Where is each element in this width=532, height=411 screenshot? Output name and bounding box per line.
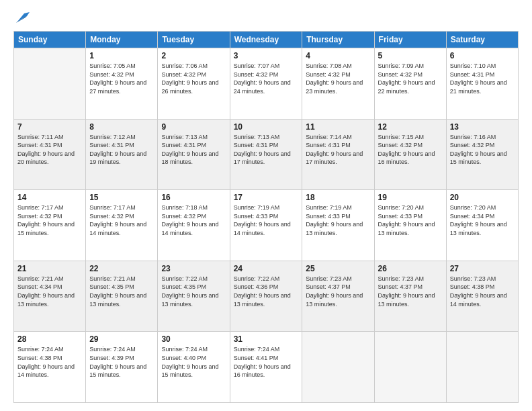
day-info: Sunrise: 7:06 AMSunset: 4:32 PMDaylight:… [161,62,226,95]
calendar-cell: 10Sunrise: 7:13 AMSunset: 4:31 PMDayligh… [230,119,302,190]
day-info: Sunrise: 7:05 AMSunset: 4:32 PMDaylight:… [89,62,154,95]
day-number: 25 [306,264,370,273]
day-number: 2 [161,51,226,60]
day-number: 29 [89,334,154,344]
day-number: 12 [378,122,443,132]
day-number: 7 [17,122,82,132]
day-info: Sunrise: 7:17 AMSunset: 4:32 PMDaylight:… [17,203,82,237]
day-info: Sunrise: 7:19 AMSunset: 4:33 PMDaylight:… [234,203,299,237]
calendar-cell: 7Sunrise: 7:11 AMSunset: 4:31 PMDaylight… [14,119,86,190]
day-info: Sunrise: 7:15 AMSunset: 4:32 PMDaylight:… [378,133,443,167]
calendar-cell: 2Sunrise: 7:06 AMSunset: 4:32 PMDaylight… [158,48,230,120]
calendar-cell: 14Sunrise: 7:17 AMSunset: 4:32 PMDayligh… [14,190,86,261]
calendar-cell: 28Sunrise: 7:24 AMSunset: 4:38 PMDayligh… [14,332,86,403]
day-info: Sunrise: 7:23 AMSunset: 4:38 PMDaylight:… [450,275,515,308]
calendar-cell: 4Sunrise: 7:08 AMSunset: 4:32 PMDaylight… [302,48,374,120]
day-info: Sunrise: 7:20 AMSunset: 4:33 PMDaylight:… [378,203,443,237]
col-header-sunday: Sunday [14,32,86,48]
logo-icon [15,9,30,24]
col-header-monday: Monday [86,32,158,48]
day-info: Sunrise: 7:08 AMSunset: 4:32 PMDaylight:… [306,62,370,95]
day-info: Sunrise: 7:24 AMSunset: 4:39 PMDaylight:… [89,345,154,379]
day-number: 19 [378,193,443,202]
day-info: Sunrise: 7:23 AMSunset: 4:37 PMDaylight:… [306,275,370,308]
calendar-cell: 23Sunrise: 7:22 AMSunset: 4:35 PMDayligh… [158,261,230,332]
day-number: 4 [306,51,370,60]
day-info: Sunrise: 7:17 AMSunset: 4:32 PMDaylight:… [89,203,154,237]
day-info: Sunrise: 7:10 AMSunset: 4:31 PMDaylight:… [450,62,515,95]
day-info: Sunrise: 7:18 AMSunset: 4:32 PMDaylight:… [161,203,226,237]
col-header-tuesday: Tuesday [158,32,230,48]
day-info: Sunrise: 7:11 AMSunset: 4:31 PMDaylight:… [17,133,82,167]
calendar-cell: 17Sunrise: 7:19 AMSunset: 4:33 PMDayligh… [230,190,302,261]
col-header-thursday: Thursday [302,32,374,48]
calendar-cell [14,48,86,120]
day-number: 15 [89,193,154,202]
day-number: 28 [17,334,82,344]
day-number: 6 [450,51,515,60]
calendar-cell: 29Sunrise: 7:24 AMSunset: 4:39 PMDayligh… [86,332,158,403]
calendar-week-2: 7Sunrise: 7:11 AMSunset: 4:31 PMDaylight… [14,119,519,190]
day-number: 17 [234,193,299,202]
calendar-cell: 30Sunrise: 7:24 AMSunset: 4:40 PMDayligh… [158,332,230,403]
day-number: 3 [234,51,299,60]
day-number: 24 [234,264,299,273]
day-number: 26 [378,264,443,273]
calendar-week-4: 21Sunrise: 7:21 AMSunset: 4:34 PMDayligh… [14,261,519,332]
calendar-cell: 20Sunrise: 7:20 AMSunset: 4:34 PMDayligh… [446,190,518,261]
col-header-friday: Friday [374,32,446,48]
col-header-wednesday: Wednesday [230,32,302,48]
calendar-cell: 3Sunrise: 7:07 AMSunset: 4:32 PMDaylight… [230,48,302,120]
calendar-cell: 19Sunrise: 7:20 AMSunset: 4:33 PMDayligh… [374,190,446,261]
calendar-cell: 26Sunrise: 7:23 AMSunset: 4:37 PMDayligh… [374,261,446,332]
day-info: Sunrise: 7:20 AMSunset: 4:34 PMDaylight:… [450,203,515,237]
day-number: 23 [161,264,226,273]
day-number: 5 [378,51,443,60]
day-info: Sunrise: 7:21 AMSunset: 4:34 PMDaylight:… [17,275,82,308]
day-number: 22 [89,264,154,273]
day-number: 30 [161,334,226,344]
day-info: Sunrise: 7:21 AMSunset: 4:35 PMDaylight:… [89,275,154,308]
day-number: 20 [450,193,515,202]
day-number: 31 [234,334,299,344]
header-row: SundayMondayTuesdayWednesdayThursdayFrid… [14,32,519,48]
day-info: Sunrise: 7:24 AMSunset: 4:38 PMDaylight:… [17,345,82,379]
day-number: 16 [161,193,226,202]
calendar-cell: 22Sunrise: 7:21 AMSunset: 4:35 PMDayligh… [86,261,158,332]
calendar-cell: 21Sunrise: 7:21 AMSunset: 4:34 PMDayligh… [14,261,86,332]
calendar-week-3: 14Sunrise: 7:17 AMSunset: 4:32 PMDayligh… [14,190,519,261]
day-info: Sunrise: 7:19 AMSunset: 4:33 PMDaylight:… [306,203,370,237]
day-number: 10 [234,122,299,132]
calendar-cell: 1Sunrise: 7:05 AMSunset: 4:32 PMDaylight… [86,48,158,120]
day-info: Sunrise: 7:12 AMSunset: 4:31 PMDaylight:… [89,133,154,167]
day-info: Sunrise: 7:24 AMSunset: 4:40 PMDaylight:… [161,345,226,379]
calendar-week-1: 1Sunrise: 7:05 AMSunset: 4:32 PMDaylight… [14,48,519,120]
day-info: Sunrise: 7:13 AMSunset: 4:31 PMDaylight:… [234,133,299,167]
calendar-cell: 27Sunrise: 7:23 AMSunset: 4:38 PMDayligh… [446,261,518,332]
day-number: 21 [17,264,82,273]
calendar-cell: 13Sunrise: 7:16 AMSunset: 4:32 PMDayligh… [446,119,518,190]
calendar-page: SundayMondayTuesdayWednesdayThursdayFrid… [0,0,532,411]
calendar-cell: 9Sunrise: 7:13 AMSunset: 4:31 PMDaylight… [158,119,230,190]
calendar-cell: 16Sunrise: 7:18 AMSunset: 4:32 PMDayligh… [158,190,230,261]
header [13,12,519,24]
day-info: Sunrise: 7:24 AMSunset: 4:41 PMDaylight:… [234,345,299,379]
day-info: Sunrise: 7:23 AMSunset: 4:37 PMDaylight:… [378,275,443,308]
svg-marker-0 [17,12,30,21]
col-header-saturday: Saturday [446,32,518,48]
day-number: 18 [306,193,370,202]
calendar-cell: 24Sunrise: 7:22 AMSunset: 4:36 PMDayligh… [230,261,302,332]
day-number: 11 [306,122,370,132]
day-number: 1 [89,51,154,60]
day-info: Sunrise: 7:09 AMSunset: 4:32 PMDaylight:… [378,62,443,95]
calendar-cell: 6Sunrise: 7:10 AMSunset: 4:31 PMDaylight… [446,48,518,120]
calendar-cell: 5Sunrise: 7:09 AMSunset: 4:32 PMDaylight… [374,48,446,120]
calendar-cell: 18Sunrise: 7:19 AMSunset: 4:33 PMDayligh… [302,190,374,261]
day-info: Sunrise: 7:16 AMSunset: 4:32 PMDaylight:… [450,133,515,167]
calendar-cell: 12Sunrise: 7:15 AMSunset: 4:32 PMDayligh… [374,119,446,190]
day-number: 9 [161,122,226,132]
calendar-week-5: 28Sunrise: 7:24 AMSunset: 4:38 PMDayligh… [14,332,519,403]
day-info: Sunrise: 7:22 AMSunset: 4:35 PMDaylight:… [161,275,226,308]
day-info: Sunrise: 7:07 AMSunset: 4:32 PMDaylight:… [234,62,299,95]
calendar-cell: 8Sunrise: 7:12 AMSunset: 4:31 PMDaylight… [86,119,158,190]
